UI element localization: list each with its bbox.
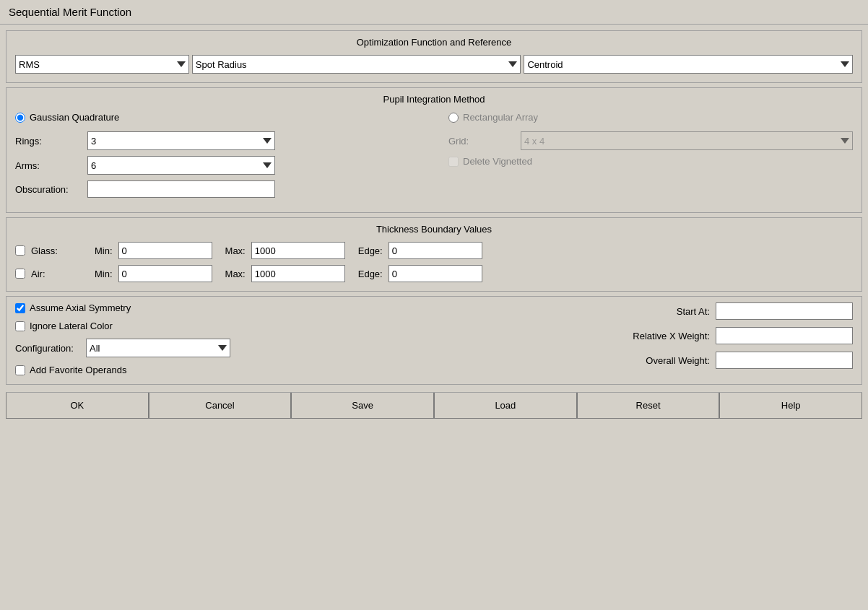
rectangular-radio[interactable] [448,113,459,123]
rings-label: Rings: [15,136,87,147]
glass-label: Glass: [31,245,82,256]
arms-dropdown[interactable]: 6 3 4 8 12 [87,156,275,175]
add-favorite-checkbox[interactable] [15,365,25,375]
load-button[interactable]: Load [434,393,577,419]
delete-vignetted-row: Delete Vignetted [448,156,853,167]
glass-checkbox[interactable] [15,245,25,256]
rectangular-radio-row: Rectangular Array [448,112,853,123]
cancel-button[interactable]: Cancel [149,393,292,419]
assume-axial-row: Assume Axial Symmetry [15,302,431,313]
centroid-dropdown[interactable]: Centroid Chief Ray Absolute [524,55,853,74]
arms-label: Arms: [15,160,87,171]
thickness-title: Thickness Boundary Values [15,224,853,235]
window-title: Sequential Merit Function [9,6,131,18]
arms-row: Arms: 6 3 4 8 12 [15,156,420,175]
obscuration-input[interactable]: 0 [87,180,275,198]
glass-edge-label: Edge: [358,245,383,256]
glass-max-label: Max: [225,245,246,256]
rings-dropdown[interactable]: 3 1 2 4 5 6 [87,131,275,150]
glass-min-label: Min: [95,245,113,256]
obscuration-label: Obscuration: [15,184,87,195]
grid-row: Grid: 4 x 4 6 x 6 8 x 8 10 x 10 [448,131,853,150]
bottom-right-panel: Start At: 1 Relative X Weight: 1.0000 Ov… [437,302,853,369]
ignore-lateral-row: Ignore Lateral Color [15,321,431,331]
air-min-label: Min: [95,269,113,279]
ignore-lateral-checkbox[interactable] [15,321,25,331]
grid-label: Grid: [448,136,521,147]
help-button[interactable]: Help [719,393,862,419]
save-button[interactable]: Save [291,393,434,419]
delete-vignetted-checkbox[interactable] [448,157,459,167]
ok-button[interactable]: OK [6,393,149,419]
gaussian-quadrature-panel: Gaussian Quadrature Rings: 3 1 2 4 5 6 A… [15,112,434,204]
air-max-label: Max: [225,269,246,279]
reset-button[interactable]: Reset [577,393,720,419]
start-at-label: Start At: [677,306,710,317]
overall-weight-input[interactable]: 1.0000 [716,352,853,369]
air-label: Air: [31,269,82,279]
gaussian-label: Gaussian Quadrature [30,112,119,123]
bottom-section: Assume Axial Symmetry Ignore Lateral Col… [6,296,862,385]
add-favorite-label: Add Favorite Operands [30,365,126,375]
overall-weight-label: Overall Weight: [646,355,710,366]
button-bar: OK Cancel Save Load Reset Help [6,392,862,419]
relative-x-input[interactable]: 1.0000 [716,327,853,344]
ignore-lateral-label: Ignore Lateral Color [30,321,113,331]
title-bar: Sequential Merit Function [0,0,868,25]
air-edge-label: Edge: [358,269,383,279]
start-at-input[interactable]: 1 [716,302,853,320]
optimization-controls: RMS PV Mean Spot Radius Spot X Spot Y Wa… [15,55,853,74]
rectangular-label: Rectangular Array [463,112,538,123]
assume-axial-label: Assume Axial Symmetry [30,302,131,313]
glass-edge-input[interactable]: 0 [389,242,482,259]
rms-dropdown[interactable]: RMS PV Mean [15,55,189,74]
relative-x-row: Relative X Weight: 1.0000 [437,327,853,344]
glass-min-input[interactable]: 0 [118,242,212,259]
delete-vignetted-label: Delete Vignetted [463,156,532,167]
rings-row: Rings: 3 1 2 4 5 6 [15,131,420,150]
gaussian-radio[interactable] [15,113,25,123]
relative-x-label: Relative X Weight: [633,331,710,341]
configuration-dropdown[interactable]: All Current 1 2 [86,339,230,357]
air-min-input[interactable]: 0 [118,265,212,282]
air-edge-input[interactable]: 0 [389,265,482,282]
air-max-input[interactable]: 1000 [251,265,345,282]
pupil-section: Pupil Integration Method Gaussian Quadra… [6,87,862,213]
start-at-row: Start At: 1 [437,302,853,320]
gaussian-radio-row: Gaussian Quadrature [15,112,420,123]
bottom-left-panel: Assume Axial Symmetry Ignore Lateral Col… [15,302,431,375]
optimization-section: Optimization Function and Reference RMS … [6,30,862,83]
glass-max-input[interactable]: 1000 [251,242,345,259]
air-row: Air: Min: 0 Max: 1000 Edge: 0 [15,265,853,282]
add-favorite-row: Add Favorite Operands [15,365,431,375]
pupil-title: Pupil Integration Method [15,94,853,105]
rectangular-array-panel: Rectangular Array Grid: 4 x 4 6 x 6 8 x … [434,112,853,204]
optimization-title: Optimization Function and Reference [15,37,853,48]
grid-dropdown[interactable]: 4 x 4 6 x 6 8 x 8 10 x 10 [521,131,853,150]
configuration-row: Configuration: All Current 1 2 [15,339,431,357]
spot-radius-dropdown[interactable]: Spot Radius Spot X Spot Y Wavefront [192,55,521,74]
overall-weight-row: Overall Weight: 1.0000 [437,352,853,369]
obscuration-row: Obscuration: 0 [15,180,420,198]
glass-row: Glass: Min: 0 Max: 1000 Edge: 0 [15,242,853,259]
configuration-label: Configuration: [15,343,80,354]
thickness-section: Thickness Boundary Values Glass: Min: 0 … [6,217,862,292]
air-checkbox[interactable] [15,269,25,279]
assume-axial-checkbox[interactable] [15,303,25,313]
